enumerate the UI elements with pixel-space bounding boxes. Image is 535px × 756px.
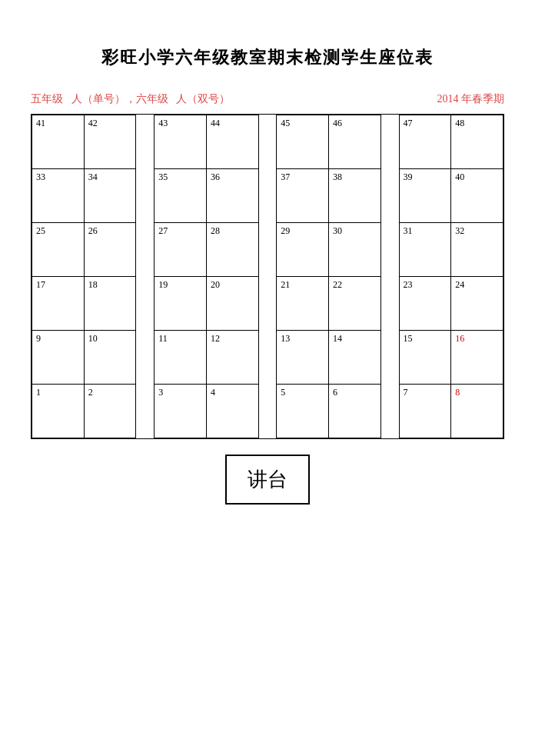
seat-number: 26: [88, 225, 98, 236]
page-title: 彩旺小学六年级教室期末检测学生座位表: [31, 46, 504, 69]
seat-number: 20: [211, 279, 220, 290]
desk-cell: 34: [84, 169, 136, 223]
desk-cell: 24: [451, 277, 503, 331]
aisle-spacer: [258, 277, 277, 331]
desk-cell: 18: [84, 277, 136, 331]
seat-number: 38: [333, 172, 342, 182]
aisle-spacer: [136, 169, 155, 223]
desk-cell: 1: [32, 385, 85, 438]
aisle-spacer: [136, 277, 155, 331]
aisle-spacer: [380, 277, 399, 331]
seat-number: 5: [281, 387, 285, 398]
seat-number: 48: [455, 118, 464, 128]
seat-number: 27: [158, 225, 168, 236]
aisle-spacer: [380, 331, 399, 385]
desk-cell: 45: [277, 115, 329, 169]
aisle-spacer: [136, 385, 155, 438]
podium-box: 讲台: [225, 455, 310, 505]
aisle-spacer: [380, 115, 399, 169]
aisle-spacer: [380, 385, 399, 438]
seating-area: 4142434445464748333435363738394025262728…: [31, 114, 504, 439]
desk-cell: 16: [451, 331, 503, 385]
seat-number: 30: [333, 225, 342, 236]
desk-cell: 8: [451, 385, 503, 438]
desk-cell: 42: [84, 115, 136, 169]
seat-number: 16: [455, 333, 464, 344]
desk-cell: 33: [32, 169, 85, 223]
desk-cell: 20: [206, 277, 258, 331]
aisle-spacer: [258, 169, 277, 223]
desk-cell: 31: [399, 223, 451, 277]
desk-cell: 23: [399, 277, 451, 331]
seat-number: 32: [455, 225, 464, 236]
seat-number: 39: [404, 172, 413, 182]
seat-number: 46: [333, 118, 342, 128]
desk-cell: 19: [155, 277, 207, 331]
desk-cell: 6: [329, 385, 381, 438]
desk-cell: 35: [155, 169, 207, 223]
seat-number: 34: [88, 172, 98, 182]
desk-cell: 32: [451, 223, 503, 277]
desk-cell: 30: [329, 223, 381, 277]
desk-cell: 26: [84, 223, 136, 277]
aisle-spacer: [380, 169, 399, 223]
desk-cell: 46: [329, 115, 381, 169]
seat-number: 15: [404, 333, 413, 344]
desk-cell: 28: [206, 223, 258, 277]
seat-number: 17: [36, 279, 45, 290]
seat-number: 3: [158, 387, 163, 398]
seat-number: 21: [281, 279, 290, 290]
seat-number: 36: [211, 172, 220, 182]
seat-number: 13: [281, 333, 290, 344]
desk-cell: 4: [206, 385, 258, 438]
seat-number: 37: [281, 172, 290, 182]
desk-cell: 17: [32, 277, 85, 331]
seat-number: 2: [88, 387, 93, 398]
desk-cell: 12: [206, 331, 258, 385]
desk-cell: 15: [399, 331, 451, 385]
desk-cell: 3: [155, 385, 207, 438]
seat-number: 7: [404, 387, 408, 398]
aisle-spacer: [258, 223, 277, 277]
seat-number: 29: [281, 225, 290, 236]
seat-number: 28: [211, 225, 220, 236]
seat-number: 1: [36, 387, 41, 398]
desk-cell: 27: [155, 223, 207, 277]
seat-number: 4: [211, 387, 215, 398]
desk-cell: 39: [399, 169, 451, 223]
desk-cell: 37: [277, 169, 329, 223]
seat-number: 19: [158, 279, 168, 290]
desk-cell: 48: [451, 115, 503, 169]
seat-number: 22: [333, 279, 342, 290]
desk-cell: 22: [329, 277, 381, 331]
desk-cell: 44: [206, 115, 258, 169]
seat-number: 6: [333, 387, 337, 398]
seat-number: 12: [211, 333, 220, 344]
desk-cell: 5: [277, 385, 329, 438]
seat-number: 9: [36, 333, 41, 344]
seat-number: 31: [404, 225, 413, 236]
seat-number: 44: [211, 118, 220, 128]
seat-number: 14: [333, 333, 342, 344]
aisle-spacer: [136, 331, 155, 385]
desk-cell: 36: [206, 169, 258, 223]
seat-number: 18: [88, 279, 98, 290]
seat-number: 25: [36, 225, 45, 236]
desk-cell: 47: [399, 115, 451, 169]
seat-number: 42: [88, 118, 98, 128]
desk-cell: 13: [277, 331, 329, 385]
subtitle-left: 五年级 人（单号），六年级 人（双号）: [31, 92, 230, 106]
desk-cell: 21: [277, 277, 329, 331]
aisle-spacer: [136, 223, 155, 277]
aisle-spacer: [380, 223, 399, 277]
desk-cell: 9: [32, 331, 85, 385]
seat-number: 23: [404, 279, 413, 290]
desk-cell: 41: [32, 115, 85, 169]
desk-cell: 43: [155, 115, 207, 169]
desk-cell: 14: [329, 331, 381, 385]
aisle-spacer: [258, 115, 277, 169]
aisle-spacer: [258, 331, 277, 385]
desk-cell: 11: [155, 331, 207, 385]
seat-number: 8: [455, 387, 460, 398]
aisle-spacer: [136, 115, 155, 169]
